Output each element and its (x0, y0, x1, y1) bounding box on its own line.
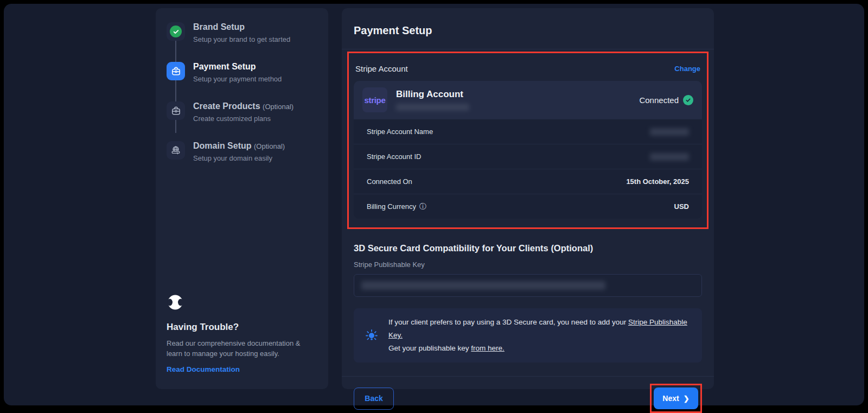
publishable-key-label: Stripe Publishable Key (354, 260, 702, 269)
step-subtitle: Setup your brand to get started (193, 35, 290, 43)
redacted-value (650, 153, 689, 161)
footer-divider (342, 376, 714, 377)
setup-wizard-sidebar: Brand Setup Setup your brand to get star… (156, 8, 328, 389)
domain-setup-step-icon (167, 141, 185, 160)
help-section: Having Trouble? Read our comprehensive d… (167, 294, 317, 374)
globe-cursor-icon (170, 145, 181, 156)
status-badge: Connected (639, 95, 693, 105)
app-window: Brand Setup Setup your brand to get star… (4, 4, 864, 405)
lightbulb-icon (365, 328, 379, 343)
payment-setup-step-icon (167, 62, 185, 80)
step-title: Domain Setup (Optional) (193, 141, 285, 151)
redacted-account-email (396, 104, 469, 111)
account-detail-rows: Stripe Account Name Stripe Account ID Co… (354, 119, 702, 219)
connected-check-icon (683, 95, 693, 105)
step-create-products[interactable]: Create Products (Optional) Create custom… (167, 101, 317, 123)
step-subtitle: Setup your domain easily (193, 154, 285, 162)
read-documentation-link[interactable]: Read Documentation (167, 365, 240, 373)
stripe-logo: stripe (362, 87, 387, 112)
briefcase-icon (171, 106, 181, 116)
info-line2: Get your publishable key (388, 344, 471, 352)
step-subtitle: Create customized plans (193, 115, 293, 123)
row-label: Stripe Account ID (367, 153, 421, 161)
step-payment-setup[interactable]: Payment Setup Setup your payment method (167, 62, 317, 83)
row-value: 15th October, 2025 (626, 177, 689, 186)
info-icon[interactable]: ⓘ (419, 202, 426, 212)
row-label: Stripe Account Name (367, 128, 433, 136)
step-title: Create Products (Optional) (193, 101, 293, 112)
page-title: Payment Setup (354, 8, 702, 49)
redacted-key-value (361, 281, 605, 290)
next-button-label: Next (662, 394, 679, 403)
step-domain-setup[interactable]: Domain Setup (Optional) Setup your domai… (167, 141, 317, 162)
table-row: Connected On 15th October, 2025 (354, 169, 702, 194)
connected-account-card: stripe Billing Account Connected (354, 81, 702, 119)
status-label: Connected (639, 96, 679, 105)
stripe-account-annotation-box: Stripe Account Change stripe Billing Acc… (347, 52, 709, 229)
next-button[interactable]: Next ❯ (654, 387, 698, 409)
chevron-right-icon: ❯ (684, 395, 690, 403)
info-line1: If your client prefers to pay using a 3D… (388, 318, 628, 326)
account-title: Billing Account (396, 89, 469, 100)
step-optional-tag: (Optional) (263, 103, 293, 111)
secure-section-title: 3D Secure Card Compatibility for Your Cl… (354, 243, 702, 253)
help-title: Having Trouble? (167, 322, 317, 333)
row-value: USD (674, 202, 689, 211)
step-subtitle: Setup your payment method (193, 75, 282, 83)
header-divider (342, 49, 714, 49)
wizard-footer: Back Next ❯ (354, 384, 702, 413)
table-row: Stripe Account Name (354, 119, 702, 144)
publishable-key-input[interactable] (354, 274, 702, 297)
create-products-step-icon (167, 101, 185, 120)
next-button-annotation-box: Next ❯ (650, 384, 702, 413)
briefcase-icon (171, 66, 181, 77)
payment-setup-panel: Payment Setup Stripe Account Change stri… (342, 8, 714, 389)
step-optional-tag: (Optional) (254, 142, 285, 150)
back-button[interactable]: Back (354, 387, 394, 410)
stripe-account-section-label: Stripe Account (355, 64, 408, 73)
change-account-link[interactable]: Change (674, 65, 700, 73)
stepper: Brand Setup Setup your brand to get star… (167, 22, 317, 162)
secure-card-info-box: If your client prefers to pay using a 3D… (354, 308, 702, 363)
table-row: Billing Currency ⓘ USD (354, 194, 702, 219)
from-here-link[interactable]: from here. (471, 344, 505, 352)
brand-setup-step-icon (167, 22, 185, 41)
lifebuoy-icon (167, 294, 184, 311)
step-brand-setup[interactable]: Brand Setup Setup your brand to get star… (167, 22, 317, 43)
step-title: Brand Setup (193, 22, 290, 33)
info-text: If your client prefers to pay using a 3D… (388, 316, 691, 355)
row-label: Connected On (367, 177, 412, 186)
check-circle-icon (170, 26, 182, 37)
row-label: Billing Currency ⓘ (367, 202, 426, 212)
step-title: Payment Setup (193, 62, 282, 72)
table-row: Stripe Account ID (354, 144, 702, 169)
help-description: Read our comprehensive documentation & l… (167, 338, 317, 359)
redacted-value (650, 128, 689, 136)
